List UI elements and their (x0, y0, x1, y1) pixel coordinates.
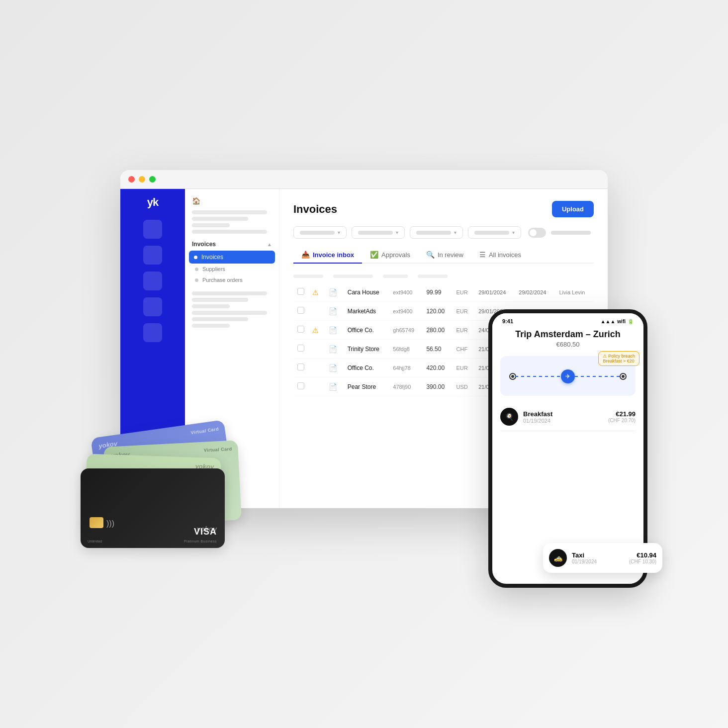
taxi-card-overlay: 🚕 Taxi 01/19/2024 €10.94 (CHF 10.30) (543, 543, 662, 573)
chevron-down-icon: ▾ (338, 230, 340, 235)
row-doc-cell: 📄 (325, 359, 344, 377)
card-subtitle: Platinum Business (184, 540, 217, 543)
invoice-date: 29/01/2024 (478, 289, 506, 295)
traffic-light-yellow[interactable] (139, 176, 145, 182)
table-row[interactable]: ⚠ 📄 Cara House ext9400 99.99 EUR 29/01/2… (293, 283, 594, 302)
invoice-tabs: 📥 Invoice inbox ✅ Approvals 🔍 In review … (293, 247, 594, 264)
nav-skeleton-8 (192, 311, 267, 315)
card-visa-platinum: ))) yokov VISA Platinum Business Unlimit… (81, 468, 225, 548)
invoice-amount: 56.50 (426, 346, 441, 353)
row-alert-cell (308, 340, 325, 359)
sidebar-item-suppliers[interactable]: Suppliers (185, 264, 279, 274)
sidebar-nav-icon-5[interactable] (143, 323, 162, 342)
filter-dropdown-1[interactable]: ▾ (293, 226, 347, 239)
chevron-down-icon: ▾ (396, 230, 398, 235)
document-icon: 📄 (329, 345, 337, 353)
document-icon: 📄 (329, 383, 337, 391)
expense-item-breakfast[interactable]: 🍳 Breakfast 01/19/2024 €21.99 (CHF 20.70… (500, 403, 636, 431)
row-amount-cell: 120.00 (422, 302, 452, 321)
row-supplier-cell: MarketAds (344, 302, 389, 321)
row-currency-cell: EUR (453, 321, 475, 340)
trip-title: Trip Amsterdam – Zurich (500, 329, 636, 340)
chevron-down-icon: ▾ (454, 230, 456, 235)
row-supplier-cell: Trinity Store (344, 340, 389, 359)
traffic-light-red[interactable] (128, 176, 135, 182)
row-checkbox[interactable] (297, 307, 304, 314)
phone-content: Trip Amsterdam – Zurich €680.50 ✈ ⚠ Poli… (492, 329, 643, 439)
invoice-amount: 420.00 (426, 364, 445, 371)
row-supplier-cell: Office Co. (344, 359, 389, 377)
row-doc-cell: 📄 (325, 283, 344, 302)
sidebar-item-purchase-orders[interactable]: Purchase orders (185, 274, 279, 285)
supplier-name: Office Co. (348, 327, 374, 334)
approval-icon: ✅ (370, 251, 378, 259)
tab-all-invoices[interactable]: ☰ All invoices (471, 247, 529, 264)
nav-skeleton-3 (192, 223, 230, 227)
nav-section-invoices[interactable]: Invoices ▲ (185, 238, 279, 251)
nav-skeleton-10 (192, 324, 230, 328)
nav-skeleton-9 (192, 317, 248, 321)
sidebar-nav-icon-2[interactable] (143, 246, 162, 265)
invoice-due-date: 29/02/2024 (519, 289, 546, 295)
supplier-name: Trinity Store (348, 346, 379, 353)
filter-dropdown-4[interactable]: ▾ (468, 226, 521, 239)
alert-icon: ⚠ (312, 288, 319, 296)
tab-approvals[interactable]: ✅ Approvals (362, 247, 418, 264)
invoice-amount: 390.00 (426, 383, 445, 390)
row-checkbox[interactable] (297, 288, 304, 295)
nav-skeleton-5 (192, 291, 267, 295)
row-alert-cell: ⚠ (308, 321, 325, 340)
sidebar-item-invoices[interactable]: Invoices (189, 251, 275, 264)
nav-home-icon[interactable]: 🏠 (185, 194, 279, 208)
nav-skeleton-4 (192, 230, 267, 234)
row-currency-cell: EUR (453, 302, 475, 321)
row-ref-cell: 478fj90 (389, 377, 422, 396)
sidebar-nav-icon-3[interactable] (143, 272, 162, 290)
sidebar-nav-icon-1[interactable] (143, 220, 162, 239)
row-ref-cell: ext9400 (389, 283, 422, 302)
row-alert-cell (308, 377, 325, 396)
row-amount-cell: 99.99 (422, 283, 452, 302)
row-checkbox[interactable] (297, 364, 304, 370)
row-alert-cell: ⚠ (308, 283, 325, 302)
row-checkbox-cell (293, 377, 308, 396)
taxi-details: Taxi 01/19/2024 (572, 551, 624, 564)
cards-stack: Virtual Card yokov Virtual Card yokov Si… (81, 429, 240, 558)
row-checkbox[interactable] (297, 345, 304, 352)
row-assignee-cell: Livia Levin (555, 283, 594, 302)
expense-details-breakfast: Breakfast 01/19/2024 (523, 410, 603, 424)
trip-map: ✈ ⚠ Policy breach Breakfast > €20 (500, 356, 636, 396)
filter-dropdown-3[interactable]: ▾ (410, 226, 463, 239)
upload-button[interactable]: Upload (552, 201, 594, 217)
row-checkbox-cell (293, 283, 308, 302)
invoice-ref: 56fdg8 (393, 346, 410, 352)
invoice-ref: ext9400 (393, 308, 412, 314)
map-end-dot (621, 374, 626, 379)
review-icon: 🔍 (426, 251, 435, 259)
tab-in-review[interactable]: 🔍 In review (418, 247, 471, 264)
invoice-ref: 64hjj78 (393, 365, 410, 371)
browser-titlebar (120, 170, 608, 189)
row-checkbox-cell (293, 321, 308, 340)
row-checkbox[interactable] (297, 382, 304, 389)
invoice-amount: 280.00 (426, 327, 445, 334)
inbox-icon: 📥 (301, 251, 310, 259)
nav-dot-po (195, 278, 198, 282)
document-icon: 📄 (329, 307, 337, 315)
traffic-light-green[interactable] (149, 176, 156, 182)
alert-icon: ⚠ (312, 326, 319, 334)
sidebar-nav-icon-4[interactable] (143, 297, 162, 316)
row-supplier-cell: Pear Store (344, 377, 389, 396)
tab-invoice-inbox[interactable]: 📥 Invoice inbox (293, 247, 362, 264)
map-route: ✈ (510, 376, 626, 377)
row-supplier-cell: Office Co. (344, 321, 389, 340)
row-currency-cell: EUR (453, 283, 475, 302)
filter-extra-skeleton (551, 231, 591, 235)
filter-dropdown-2[interactable]: ▾ (352, 226, 405, 239)
toggle-switch[interactable] (528, 228, 546, 238)
taxi-amount: €10.94 (CHF 10.30) (629, 551, 656, 564)
taxi-icon: 🚕 (549, 549, 567, 567)
invoice-currency: USD (456, 384, 468, 390)
row-checkbox[interactable] (297, 326, 304, 333)
document-icon: 📄 (329, 364, 337, 372)
